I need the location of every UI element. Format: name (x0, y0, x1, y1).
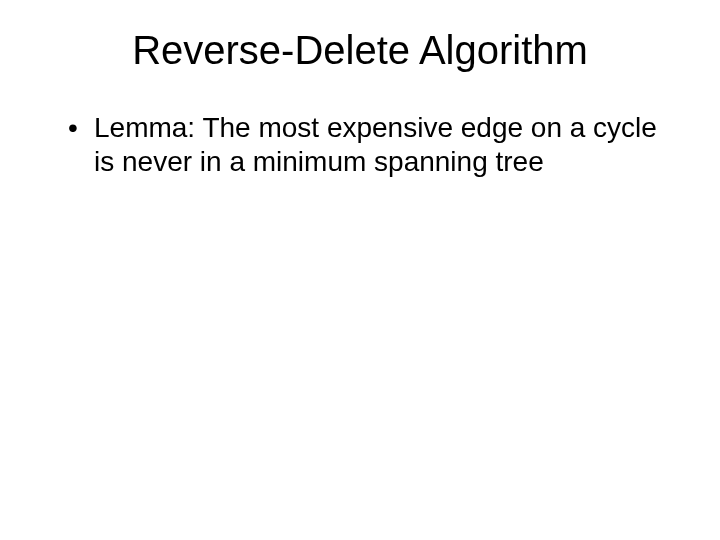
bullet-item: Lemma: The most expensive edge on a cycl… (68, 111, 680, 179)
slide-title: Reverse-Delete Algorithm (40, 28, 680, 73)
bullet-list: Lemma: The most expensive edge on a cycl… (40, 111, 680, 179)
